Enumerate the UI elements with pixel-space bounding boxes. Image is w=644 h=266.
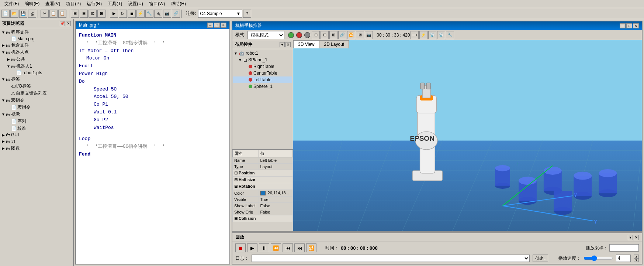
tb5[interactable]: ⊠ bbox=[89, 10, 97, 18]
print-btn[interactable]: 🖨 bbox=[28, 10, 36, 18]
pb-speed-up[interactable]: ▲ bbox=[634, 255, 639, 258]
lt-item-lefttable[interactable]: LeftTable bbox=[233, 76, 292, 83]
pb-speed-spinner[interactable]: ▲ ▼ bbox=[634, 255, 639, 262]
tree-item-includes[interactable]: ▶ 🗁 包含文件 bbox=[1, 42, 72, 49]
code-content[interactable]: Function MAIN ' '工控滞哥——GO指令讲解 ' ' If Mot… bbox=[76, 29, 229, 264]
sim-tb2[interactable]: ⊟ bbox=[321, 31, 329, 39]
tree-item-sequence[interactable]: 📄 序列 bbox=[1, 118, 72, 125]
new-btn[interactable]: 📄 bbox=[1, 10, 10, 18]
tb14[interactable]: 🔗 bbox=[172, 10, 180, 18]
pb-prev-btn[interactable]: ⏮ bbox=[283, 243, 293, 252]
tree-item-robotpoints[interactable]: ▼ 🗁 机器人点 bbox=[1, 49, 72, 56]
pb-log-dropdown[interactable] bbox=[252, 255, 530, 262]
props-position-section[interactable]: ⊞ Position bbox=[233, 170, 293, 177]
sim-tb11[interactable]: 📡 bbox=[437, 31, 445, 39]
sim-min-btn[interactable]: ─ bbox=[620, 23, 626, 28]
pb-loop-btn[interactable]: 🔁 bbox=[306, 243, 316, 252]
pb-create-btn[interactable]: 创建.. bbox=[533, 255, 548, 262]
tb6[interactable]: ⊞ bbox=[97, 10, 105, 18]
lt-item-righttable[interactable]: RightTable bbox=[233, 63, 292, 70]
menu-edit[interactable]: 编辑(E) bbox=[22, 0, 42, 8]
menu-view[interactable]: 查看(V) bbox=[42, 0, 63, 8]
menu-run[interactable]: 运行(R) bbox=[84, 0, 105, 8]
sim-max-btn[interactable]: □ bbox=[626, 23, 632, 28]
props-position-header[interactable]: ⊞ Position bbox=[233, 170, 293, 177]
tree-item-macros[interactable]: ▼ 🗁 宏指令 bbox=[1, 97, 72, 104]
code-close-btn[interactable]: ✕ bbox=[221, 23, 226, 28]
3d-view-area[interactable]: 3D View 2D Layout bbox=[293, 40, 642, 231]
pb-play-btn[interactable]: ▶ bbox=[247, 243, 257, 252]
mode-dropdown[interactable]: 模拟模式 bbox=[247, 31, 284, 39]
tb12[interactable]: 🔌 bbox=[154, 10, 162, 18]
tree-item-macro1[interactable]: 📄 宏指令 bbox=[1, 104, 72, 111]
props-showlabel-value[interactable]: False bbox=[259, 203, 292, 209]
tree-item-force[interactable]: ▶ 🗁 力 bbox=[1, 138, 72, 145]
sim-tb12[interactable]: 🔧 bbox=[446, 31, 454, 39]
tree-item-mainprg[interactable]: 📄 Main.prg bbox=[1, 36, 72, 42]
props-color-value[interactable]: 26,114,18... bbox=[259, 190, 292, 197]
menu-window[interactable]: 窗口(W) bbox=[146, 0, 168, 8]
layout-close-btn[interactable]: ✕ bbox=[285, 42, 291, 47]
sim-tb8[interactable]: ⟶ bbox=[411, 31, 419, 39]
tree-item-errorlist[interactable]: ⚠ 自定义错误列表 bbox=[1, 90, 72, 97]
pb-stop-btn[interactable]: ⏹ bbox=[235, 243, 246, 252]
copy-btn[interactable]: 📋 bbox=[49, 10, 58, 18]
pb-rewind-btn[interactable]: ⏪ bbox=[271, 243, 281, 252]
sim-tb5[interactable]: 🔀 bbox=[347, 31, 355, 39]
tree-item-common[interactable]: ▶ 🗁 公共 bbox=[1, 56, 72, 63]
lt-item-splane[interactable]: ▼ ◻ SPlane_1 bbox=[233, 57, 292, 63]
lt-item-robot1[interactable]: ▼ 🤖 robot1 bbox=[233, 50, 292, 57]
gray-indicator[interactable] bbox=[304, 32, 310, 38]
sim-tb1[interactable]: ⊡ bbox=[312, 31, 320, 39]
code-max-btn[interactable]: □ bbox=[214, 23, 220, 28]
props-collision-section[interactable]: ⊞ Collision bbox=[233, 215, 293, 222]
tb13[interactable]: 📷 bbox=[163, 10, 171, 18]
connection-dropdown[interactable]: C4 Sample ▼ bbox=[198, 10, 242, 18]
tree-item-labels[interactable]: ▼ 🗁 标签 bbox=[1, 76, 72, 83]
tb9[interactable]: ⏹ bbox=[128, 10, 136, 18]
tree-item-calibration[interactable]: 📄 校准 bbox=[1, 125, 72, 132]
tree-item-iolabels[interactable]: 🏷 I/O标签 bbox=[1, 83, 72, 90]
menu-tools[interactable]: 工具(T) bbox=[105, 0, 125, 8]
green-indicator[interactable] bbox=[288, 32, 294, 38]
sim-tb9[interactable]: ⚡ bbox=[419, 31, 427, 39]
pb-sample-input[interactable] bbox=[609, 244, 639, 252]
pb-next-btn[interactable]: ⏭ bbox=[294, 243, 305, 252]
pb-speed-down[interactable]: ▼ bbox=[634, 258, 639, 262]
open-btn[interactable]: 📂 bbox=[10, 10, 18, 18]
lt-item-sphere1[interactable]: Sphere_1 bbox=[233, 83, 292, 90]
tree-item-programs[interactable]: ▼ 🗁 程序文件 bbox=[1, 29, 72, 36]
save-btn[interactable]: 💾 bbox=[19, 10, 27, 18]
tb8[interactable]: ▷ bbox=[119, 10, 127, 18]
tb11[interactable]: 🔧 bbox=[145, 10, 153, 18]
menu-help[interactable]: 帮助(H) bbox=[168, 0, 189, 8]
paste-btn[interactable]: 📋 bbox=[58, 10, 66, 18]
sim-close-btn[interactable]: ✕ bbox=[633, 23, 639, 28]
layout-pin-btn[interactable]: ▼ bbox=[280, 42, 285, 47]
tree-item-vision[interactable]: ▼ 🗁 视觉 bbox=[1, 111, 72, 118]
sidebar-pin-btn[interactable]: 📌 bbox=[60, 21, 65, 26]
sim-tb4[interactable]: 🔗 bbox=[338, 31, 346, 39]
cut-btn[interactable]: ✂ bbox=[41, 10, 49, 18]
sim-tb6[interactable]: ⊠ bbox=[356, 31, 364, 39]
menu-project[interactable]: 项目(P) bbox=[63, 0, 84, 8]
code-min-btn[interactable]: ─ bbox=[207, 23, 213, 28]
tree-item-gui[interactable]: ▶ 🗁 GUI bbox=[1, 132, 72, 138]
sidebar-close-btn[interactable]: ✕ bbox=[66, 21, 71, 26]
props-showorig-value[interactable]: False bbox=[259, 209, 292, 215]
props-halfsize-section[interactable]: ⊞ Half size bbox=[233, 177, 293, 183]
tb7[interactable]: ▶ bbox=[110, 10, 118, 18]
pb-pause-btn[interactable]: ⏸ bbox=[259, 243, 269, 252]
tb10[interactable]: ⚡ bbox=[136, 10, 145, 18]
menu-settings[interactable]: 设置(U) bbox=[125, 0, 146, 8]
props-halfsize-header[interactable]: ⊞ Half size bbox=[233, 177, 293, 183]
red-indicator[interactable] bbox=[296, 32, 302, 38]
props-visible-value[interactable]: True bbox=[259, 197, 292, 203]
menu-file[interactable]: 文件(F) bbox=[1, 0, 22, 8]
props-collision-header[interactable]: ⊞ Collision bbox=[233, 215, 293, 222]
tree-item-robot1pts[interactable]: 📄 robot1.pts bbox=[1, 70, 72, 76]
props-rotation-section[interactable]: ⊞ Rotation bbox=[233, 183, 293, 190]
lt-item-centertable[interactable]: CenterTable bbox=[233, 70, 292, 76]
sim-tb10[interactable]: 📡 bbox=[428, 31, 436, 39]
props-rotation-header[interactable]: ⊞ Rotation bbox=[233, 183, 293, 190]
